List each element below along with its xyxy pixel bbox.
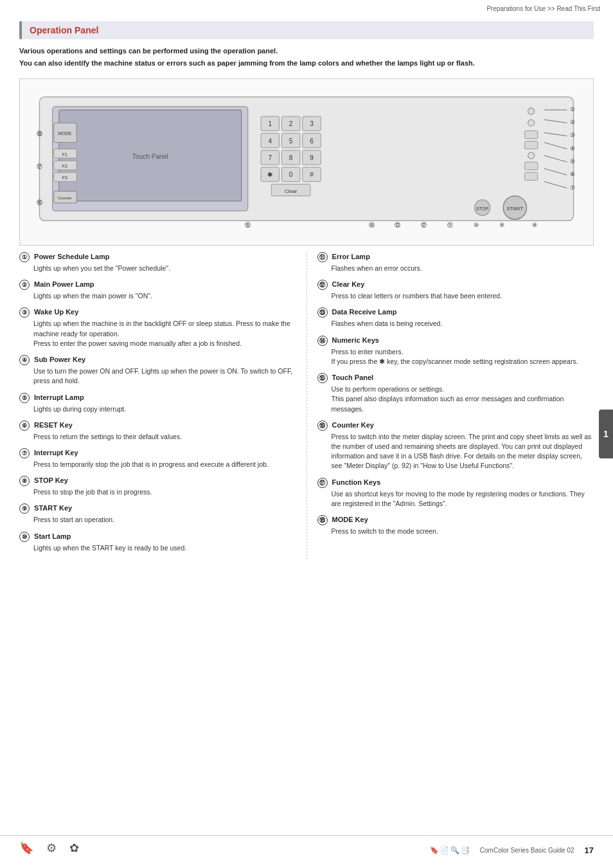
item-body: Lights up when the main power is "ON". — [33, 291, 296, 301]
footer-brand: ComColor Series Basic Guide 02 — [480, 847, 574, 854]
item-body: Lights up when you set the "Power schedu… — [33, 264, 296, 273]
item-title: ⑨ START Key — [19, 503, 296, 514]
item-title: ⑭ Numeric Keys — [317, 336, 594, 346]
item-num: ③ — [19, 307, 30, 318]
svg-text:⑩: ⑩ — [474, 222, 479, 228]
item-num: ⑱ — [317, 515, 328, 525]
footer-nav-icon4: 📑 — [461, 846, 470, 854]
svg-text:⑬: ⑬ — [395, 222, 400, 228]
panel-diagram-svg: Touch Panel MODE F1 F2 F3 Counter — [20, 79, 593, 245]
desc-item: ⑰ Function Keys Use as shortcut keys for… — [317, 478, 594, 509]
desc-item: ⑭ Numeric Keys Press to enter numbers.If… — [317, 336, 594, 366]
svg-text:6: 6 — [310, 138, 314, 145]
page-container: Preparations for Use >> Read This First … — [0, 0, 613, 868]
desc-item: ⑩ Start Lamp Lights up when the START ke… — [19, 532, 296, 553]
main-content: Operation Panel Various operations and s… — [0, 15, 613, 572]
svg-text:9: 9 — [310, 154, 314, 161]
item-name: MODE Key — [332, 516, 368, 523]
footer-left: 🔖 ⚙ ✿ — [19, 841, 79, 855]
desc-item: ② Main Power Lamp Lights up when the mai… — [19, 280, 296, 301]
page-number: 17 — [585, 845, 594, 855]
descriptions: ① Power Schedule Lamp Lights up when you… — [19, 252, 594, 559]
item-body: Press to start an operation. — [33, 515, 296, 525]
item-title: ⑯ Counter Key — [317, 420, 594, 431]
desc-item: ① Power Schedule Lamp Lights up when you… — [19, 252, 296, 273]
svg-text:2: 2 — [289, 120, 293, 127]
item-body: Press to switch to the mode screen. — [332, 527, 594, 536]
svg-text:⑪: ⑪ — [447, 222, 453, 228]
item-num: ⑪ — [317, 252, 328, 262]
item-num: ② — [19, 280, 30, 290]
item-body: Press to switch into the meter display s… — [332, 432, 594, 471]
svg-text:⑧: ⑧ — [532, 222, 537, 228]
item-title: ③ Wake Up Key — [19, 307, 296, 318]
svg-text:F3: F3 — [62, 176, 67, 181]
item-body: Press to temporarily stop the job that i… — [33, 460, 296, 469]
item-num: ⑩ — [19, 532, 30, 542]
item-title: ⑩ Start Lamp — [19, 532, 296, 542]
svg-text:1: 1 — [268, 120, 272, 127]
intro-line2: You can also identify the machine status… — [19, 58, 594, 69]
item-name: Counter Key — [332, 421, 374, 429]
svg-point-40 — [528, 108, 535, 114]
item-title: ⑰ Function Keys — [317, 478, 594, 488]
item-title: ⑤ Interrupt Lamp — [19, 393, 296, 403]
item-num: ④ — [19, 355, 30, 365]
svg-rect-45 — [525, 162, 538, 170]
desc-item: ⑱ MODE Key Press to switch to the mode s… — [317, 515, 594, 536]
item-num: ⑰ — [317, 478, 328, 488]
item-name: Touch Panel — [332, 374, 374, 381]
item-name: STOP Key — [34, 476, 68, 484]
item-num: ⑯ — [317, 420, 328, 431]
item-title: ⑫ Clear Key — [317, 280, 594, 290]
item-body: Flashes when an error occurs. — [332, 264, 594, 273]
section-header: Operation Panel — [19, 21, 594, 39]
item-title: ⑦ Interrupt Key — [19, 448, 296, 458]
footer-nav-icon2: 📄 — [440, 846, 449, 854]
item-name: Main Power Lamp — [34, 280, 94, 288]
item-title: ⑪ Error Lamp — [317, 252, 594, 262]
item-name: Function Keys — [332, 478, 381, 486]
intro-line1: Various operations and settings can be p… — [19, 46, 594, 57]
item-body: Lights up when the START key is ready to… — [33, 543, 296, 553]
svg-text:F2: F2 — [62, 164, 67, 169]
item-name: Start Lamp — [34, 532, 71, 540]
breadcrumb: Preparations for Use >> Read This First — [0, 0, 613, 15]
svg-text:⑮: ⑮ — [245, 222, 251, 228]
svg-text:④: ④ — [570, 145, 575, 152]
svg-text:7: 7 — [268, 154, 272, 161]
svg-text:⑭: ⑭ — [369, 222, 375, 228]
svg-text:Touch Panel: Touch Panel — [132, 153, 168, 160]
svg-text:#: # — [310, 171, 314, 178]
item-body: Use as shortcut keys for moving to the m… — [332, 489, 594, 509]
footer-nav-icon3: 🔍 — [450, 846, 459, 854]
footer-right: 🔖 📄 🔍 📑 ComColor Series Basic Guide 02 1… — [430, 845, 594, 855]
item-num: ⑧ — [19, 476, 30, 486]
svg-text:3: 3 — [310, 120, 314, 127]
desc-item: ⑨ START Key Press to start an operation. — [19, 503, 296, 525]
item-body: Use to turn the power ON and OFF. Lights… — [33, 366, 296, 386]
desc-item: ⑧ STOP Key Press to stop the job that is… — [19, 476, 296, 497]
item-title: ⑧ STOP Key — [19, 476, 296, 486]
desc-item: ⑬ Data Receive Lamp Flashes when data is… — [317, 307, 594, 329]
desc-item: ④ Sub Power Key Use to turn the power ON… — [19, 355, 296, 386]
item-body: Press to stop the job that is in progres… — [33, 487, 296, 497]
desc-item: ⑫ Clear Key Press to clear letters or nu… — [317, 280, 594, 301]
svg-text:Clear: Clear — [285, 188, 298, 194]
svg-text:⑤: ⑤ — [570, 158, 575, 165]
svg-text:①: ① — [570, 106, 575, 113]
item-title: ⑥ RESET Key — [19, 420, 296, 431]
item-body: Press to clear letters or numbers that h… — [332, 291, 594, 301]
svg-text:③: ③ — [570, 132, 575, 138]
item-name: Error Lamp — [332, 253, 370, 260]
tab-number: 1 — [603, 429, 609, 439]
svg-point-41 — [528, 120, 535, 126]
item-num: ⑦ — [19, 448, 30, 458]
item-name: Interrupt Key — [34, 449, 78, 457]
section-title: Operation Panel — [30, 25, 586, 35]
svg-text:Counter: Counter — [58, 195, 72, 200]
item-title: ② Main Power Lamp — [19, 280, 296, 290]
svg-text:✱: ✱ — [267, 171, 272, 178]
item-title: ④ Sub Power Key — [19, 355, 296, 365]
intro-text: Various operations and settings can be p… — [19, 46, 594, 68]
